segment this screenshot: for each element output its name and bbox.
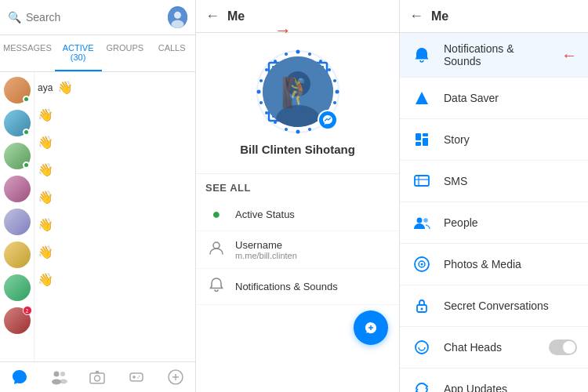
svg-point-76 (421, 308, 423, 310)
svg-point-70 (417, 218, 423, 223)
search-bar: 🔍 (0, 0, 195, 35)
menu-item-active-status[interactable]: ● Active Status (196, 198, 399, 231)
online-indicator (23, 162, 30, 169)
svg-point-19 (296, 50, 299, 54)
avatar-item[interactable] (4, 77, 31, 103)
svg-point-24 (256, 90, 260, 94)
list-item[interactable]: 👋 (38, 132, 192, 153)
photos-icon (411, 253, 433, 275)
svg-rect-66 (416, 142, 421, 146)
refresh-icon (411, 378, 433, 392)
avatar-item[interactable] (4, 274, 31, 301)
svg-point-30 (333, 79, 336, 82)
avatar-item[interactable] (4, 209, 31, 235)
menu-item-secret-conversations[interactable]: Secret Conversations (400, 285, 588, 327)
search-input[interactable] (26, 11, 163, 24)
wave-icon: 👋 (57, 80, 73, 95)
svg-point-22 (265, 68, 268, 71)
online-indicator (23, 96, 30, 103)
data-saver-icon (411, 87, 433, 109)
svg-point-29 (328, 68, 331, 71)
avatar-item[interactable] (4, 241, 31, 268)
people-icon (411, 212, 433, 234)
menu-label: Notifications & Sounds (235, 281, 338, 292)
menu-label: App Updates (444, 383, 577, 392)
tab-calls[interactable]: CALLS (148, 35, 195, 71)
svg-point-59 (213, 242, 220, 249)
tab-messages[interactable]: MESSAGES (0, 35, 55, 71)
menu-item-people[interactable]: People (400, 202, 588, 244)
svg-point-6 (60, 379, 67, 384)
highlight-arrow: ← (561, 46, 577, 64)
svg-marker-62 (416, 92, 428, 104)
tab-groups[interactable]: GROUPS (102, 35, 149, 71)
online-indicator (23, 129, 30, 136)
profile-section: 🧗 Bill Clinten Sihotang (196, 33, 399, 173)
menu-sublabel: m.me/bill.clinten (235, 251, 297, 260)
right-panel: ← Me Notifications & Sounds ← Data Saver… (400, 0, 588, 392)
menu-item-chat-heads[interactable]: Chat Heads (400, 327, 588, 368)
messages-column: aya 👋 👋 👋 👋 👋 👋 👋 👋 (34, 72, 195, 361)
list-item[interactable]: aya 👋 (38, 77, 192, 98)
compose-button[interactable] (354, 310, 388, 345)
avatar-item[interactable] (4, 143, 31, 169)
svg-text:🧗: 🧗 (280, 75, 315, 109)
svg-point-35 (308, 128, 311, 131)
tab-active[interactable]: ACTIVE (30) (55, 35, 102, 71)
notification-badge: 2 (23, 306, 32, 315)
menu-item-app-updates[interactable]: App Updates (400, 368, 588, 392)
avatar-item[interactable] (4, 110, 31, 136)
svg-point-32 (333, 101, 336, 104)
menu-item-story[interactable]: Story (400, 119, 588, 161)
nav-people[interactable] (39, 368, 78, 386)
nav-games[interactable] (117, 368, 156, 386)
wave-icon: 👋 (38, 162, 53, 177)
svg-point-27 (308, 53, 311, 56)
list-item[interactable]: 👋 (38, 159, 192, 180)
menu-item-notifications[interactable]: Notifications & Sounds (196, 269, 399, 305)
list-item[interactable]: 👋 (38, 214, 192, 235)
lock-icon (411, 295, 433, 317)
svg-point-77 (416, 341, 428, 354)
current-user-avatar[interactable] (168, 6, 187, 28)
avatar-item[interactable]: 2 (4, 307, 31, 334)
menu-item-photos-media[interactable]: Photos & Media (400, 244, 588, 285)
menu-label: People (444, 216, 577, 229)
svg-point-8 (95, 376, 100, 381)
avatar-item[interactable] (4, 176, 31, 202)
story-icon (411, 129, 433, 151)
list-item[interactable]: 👋 (38, 241, 192, 263)
menu-item-notifications-sounds[interactable]: Notifications & Sounds ← (400, 33, 588, 78)
svg-point-13 (139, 376, 140, 377)
list-item[interactable]: 👋 (38, 187, 192, 208)
menu-item-data-saver[interactable]: Data Saver (400, 78, 588, 119)
nav-chat[interactable] (0, 368, 39, 386)
back-button[interactable]: ← (205, 8, 220, 24)
chat-heads-toggle[interactable] (549, 339, 577, 355)
wave-icon: 👋 (38, 272, 53, 287)
right-page-title: Me (431, 9, 448, 24)
nav-camera[interactable] (78, 368, 118, 386)
contact-name: aya (38, 82, 53, 93)
bottom-navigation (0, 361, 195, 392)
menu-label: Secret Conversations (444, 299, 577, 312)
nav-more[interactable] (156, 368, 195, 386)
right-menu: Notifications & Sounds ← Data Saver Stor… (400, 33, 588, 392)
right-back-button[interactable]: ← (409, 8, 423, 24)
menu-label: Story (444, 133, 577, 146)
menu-item-sms[interactable]: SMS (400, 161, 588, 202)
list-item[interactable]: 👋 (38, 104, 192, 125)
middle-panel: ← Me → (196, 0, 400, 392)
see-all-button[interactable]: SEE ALL (196, 173, 399, 194)
menu-item-username[interactable]: Username m.me/bill.clinten (196, 231, 399, 269)
list-item[interactable]: 👋 (38, 269, 192, 290)
menu-label: Data Saver (444, 92, 577, 104)
wave-icon: 👋 (38, 245, 53, 260)
svg-point-74 (421, 263, 423, 266)
svg-point-20 (285, 53, 288, 56)
svg-point-25 (260, 101, 263, 104)
menu-label: Active Status (235, 209, 295, 220)
menu-label: Photos & Media (444, 258, 577, 270)
menu-label: Chat Heads (444, 341, 538, 354)
messenger-badge (318, 110, 338, 130)
